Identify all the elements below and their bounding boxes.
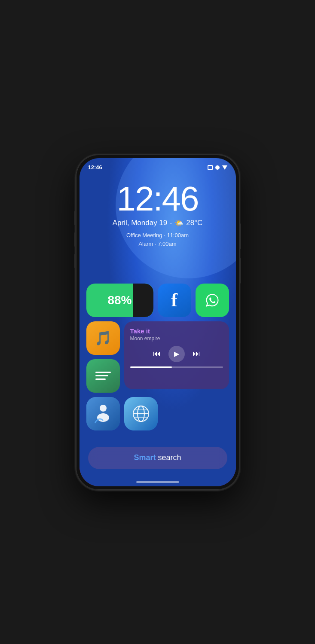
search-label: Smart search bbox=[134, 453, 181, 462]
battery-percent: 88% bbox=[107, 293, 132, 307]
status-icons bbox=[208, 165, 227, 170]
battery-icon bbox=[222, 165, 227, 170]
svg-point-0 bbox=[202, 290, 223, 311]
battery-dark bbox=[133, 284, 153, 317]
whatsapp-app-icon[interactable] bbox=[196, 284, 229, 317]
music-player-widget[interactable]: Take it Moon empire ⏮ ▶ ⏭ bbox=[124, 321, 229, 389]
phone-screen: 12:46 12:46 April, Monday 19 · 🌤️ 28°C O… bbox=[80, 158, 236, 486]
notes-icon-lines bbox=[90, 366, 116, 385]
battery-widget[interactable]: 88% bbox=[86, 284, 153, 317]
home-indicator[interactable] bbox=[136, 481, 179, 483]
event1: Office Meeting · 11:00am bbox=[80, 231, 236, 240]
music-controls: ⏮ ▶ ⏭ bbox=[130, 346, 223, 362]
play-icon: ▶ bbox=[174, 350, 179, 358]
browser-app-icon[interactable] bbox=[124, 397, 158, 430]
search-text-label: search bbox=[156, 453, 181, 462]
svg-point-2 bbox=[100, 405, 107, 412]
smart-label: Smart bbox=[134, 453, 156, 462]
music-app-icon[interactable]: 🎵 bbox=[86, 321, 120, 355]
smart-search-bar[interactable]: Smart search bbox=[88, 447, 227, 469]
event2: Alarm · 7:00am bbox=[80, 240, 236, 249]
clock-events: Office Meeting · 11:00am Alarm · 7:00am bbox=[80, 231, 236, 249]
prev-button[interactable]: ⏮ bbox=[153, 349, 161, 358]
facebook-app-icon[interactable]: f bbox=[158, 284, 191, 317]
next-button[interactable]: ⏭ bbox=[193, 349, 200, 358]
phone-app-icon[interactable] bbox=[86, 397, 120, 430]
music-progress-bar[interactable] bbox=[130, 366, 223, 368]
clock-date: April, Monday 19 · 🌤️ 28°C bbox=[80, 219, 236, 228]
clock-widget: 12:46 April, Monday 19 · 🌤️ 28°C Office … bbox=[80, 182, 236, 249]
whatsapp-icon-svg bbox=[202, 290, 223, 311]
weather-emoji: 🌤️ bbox=[174, 219, 183, 228]
browser-icon-svg bbox=[124, 397, 158, 430]
play-button[interactable]: ▶ bbox=[168, 346, 185, 362]
wifi-icon bbox=[215, 165, 220, 170]
clock-time: 12:46 bbox=[80, 182, 236, 216]
app-grid: 88% f 🎵 bbox=[86, 284, 229, 435]
status-time: 12:46 bbox=[88, 164, 102, 171]
app-row-3 bbox=[86, 397, 229, 430]
facebook-letter: f bbox=[171, 289, 177, 311]
status-bar: 12:46 bbox=[80, 158, 236, 174]
phone-icon-svg bbox=[86, 397, 120, 430]
music-title: Take it bbox=[130, 327, 223, 335]
music-progress-fill bbox=[130, 366, 172, 368]
weather-icon: · bbox=[170, 219, 172, 228]
app-row-1: 88% f bbox=[86, 284, 229, 317]
music-artist: Moon empire bbox=[130, 336, 223, 342]
app-row-2: 🎵 Take it Moon empire ⏮ bbox=[86, 321, 229, 393]
signal-icon bbox=[208, 165, 213, 170]
notes-app-icon[interactable] bbox=[86, 359, 120, 393]
left-icons-col: 🎵 bbox=[86, 321, 120, 393]
phone-frame: 12:46 12:46 April, Monday 19 · 🌤️ 28°C O… bbox=[76, 155, 239, 490]
